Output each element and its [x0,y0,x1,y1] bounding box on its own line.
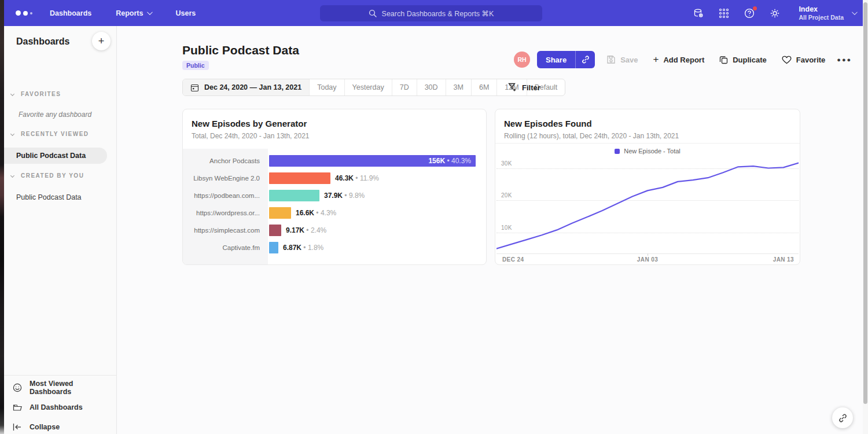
share-button-group: Share [537,51,595,68]
bar-row: Anchor Podcasts156K • 40.3% [183,152,486,170]
bar-segment[interactable] [269,190,319,201]
bar-value-label: 37.9K • 9.8% [324,192,365,200]
card-subtitle: Total, Dec 24th, 2020 - Jan 13th, 2021 [192,132,309,140]
chevron-down-icon [10,132,14,136]
bar-segment[interactable] [269,207,291,219]
nav-item-users[interactable]: Users [175,9,196,17]
sidebar-section-favorites[interactable]: FAVORITES [4,91,116,97]
data-sources-icon[interactable] [692,7,705,20]
x-tick-label: JAN 13 [773,256,794,263]
date-preset-yesterday[interactable]: Yesterday [345,79,392,95]
share-link-button[interactable] [575,51,595,68]
bar-chart: Anchor Podcasts156K • 40.3%Libsyn WebEng… [183,149,486,264]
filter-funnel-icon [508,83,517,92]
bar-track: 6.87K • 1.8% [268,242,486,253]
bar-value-label: 156K • 40.3% [428,157,476,165]
header-actions: RH Share Save + Add Report Duplicate [514,51,852,68]
line-chart[interactable]: 10K20K30K [496,157,799,253]
add-report-button[interactable]: + Add Report [653,54,705,65]
bar-category-label: https://wordpress.or... [183,209,268,216]
card-title: New Episodes by Generator [192,119,307,128]
search-icon [369,9,377,17]
project-name: Index [799,5,844,14]
search-placeholder: Search Dashboards & Reports ⌘K [382,9,494,18]
card-title: New Episodes Found [504,119,592,128]
bar-row: Libsyn WebEngine 2.046.3K • 11.9% [183,170,486,187]
all-dashboards-button[interactable]: All Dashboards [4,398,116,417]
smiley-icon [13,383,22,392]
project-switcher[interactable]: Index All Project Data [799,5,856,21]
scrollbar-thumb[interactable] [863,2,867,404]
nav-item-dashboards[interactable]: Dashboards [50,9,91,17]
date-range-button[interactable]: Dec 24, 2020 — Jan 13, 2021 [183,79,310,95]
bar-track: 156K • 40.3% [268,155,486,167]
nav-item-reports[interactable]: Reports [116,9,151,17]
sidebar-item-public-podcast-data-2[interactable]: Public Podcast Data [4,189,82,205]
bar-segment[interactable]: 156K • 40.3% [269,155,476,167]
x-axis-tick [648,253,648,256]
bar-row: https://podbean.com...37.9K • 9.8% [183,187,486,204]
link-icon [581,55,590,64]
bar-track: 46.3K • 11.9% [268,172,486,184]
bar-category-label: https://simplecast.com [183,227,268,234]
date-preset-3m[interactable]: 3M [446,79,472,95]
top-nav-bar: Dashboards Reports Users Search Dashboar… [4,0,863,26]
chevron-down-icon [147,9,153,15]
avatar[interactable]: RH [514,52,530,68]
search-input[interactable]: Search Dashboards & Reports ⌘K [320,5,542,21]
apps-grid-icon[interactable] [718,7,730,20]
share-button[interactable]: Share [537,51,575,68]
date-preset-today[interactable]: Today [310,79,344,95]
collapse-sidebar-button[interactable]: Collapse [4,417,116,434]
favorite-button[interactable]: Favorite [782,56,826,64]
nav-right-group: Index All Project Data [692,0,856,26]
bar-category-label: Captivate.fm [183,244,268,251]
bar-category-label: Anchor Podcasts [183,157,268,164]
duplicate-button[interactable]: Duplicate [719,56,767,64]
favorites-empty-text: Favorite any dashboard [19,111,91,119]
sidebar-section-recently-viewed[interactable]: RECENTLY VIEWED [4,131,116,137]
bar-value-label: 16.6K • 4.3% [296,209,336,217]
bar-value-label: 6.87K • 1.8% [283,244,323,252]
date-preset-7d[interactable]: 7D [392,79,417,95]
share-link-fab[interactable] [832,407,853,428]
background-window-sliver [0,0,4,434]
sidebar-title: Dashboards [16,36,69,47]
chart-legend: New Episode - Total [495,148,800,155]
duplicate-icon [719,56,728,64]
bar-segment[interactable] [269,172,330,184]
chevron-down-icon [10,92,14,96]
settings-gear-icon[interactable] [768,7,781,20]
filter-button[interactable]: Filter [508,79,540,96]
bar-track: 9.17K • 2.4% [268,225,486,236]
collapse-icon [13,423,22,431]
save-icon [606,55,616,64]
page-scrollbar[interactable] [863,0,868,434]
x-tick-label: DEC 24 [502,256,524,263]
date-preset-30d[interactable]: 30D [417,79,446,95]
x-axis-labels: DEC 24 JAN 03 JAN 13 [496,256,799,264]
bar-row: https://wordpress.or...16.6K • 4.3% [183,204,486,222]
link-icon [838,413,848,423]
sidebar: Dashboards + FAVORITES Favorite any dash… [4,26,117,434]
bar-segment[interactable] [269,242,278,253]
sidebar-item-public-podcast-data[interactable]: Public Podcast Data [4,148,107,164]
plus-icon: + [653,54,659,65]
bar-track: 16.6K • 4.3% [268,207,486,219]
most-viewed-dashboards-button[interactable]: Most Viewed Dashboards [4,378,116,398]
x-tick-label: JAN 03 [637,256,658,263]
sidebar-footer: Most Viewed Dashboards All Dashboards Co… [4,375,116,434]
brand-logo-icon[interactable] [16,10,32,16]
date-preset-6m[interactable]: 6M [472,79,497,95]
more-options-button[interactable]: ●●● [837,56,852,63]
page-title: Public Podcast Data [182,43,299,57]
folder-icon [13,403,22,412]
add-dashboard-button[interactable]: + [92,32,111,50]
bar-segment[interactable] [269,225,281,236]
help-icon[interactable] [743,7,756,20]
save-button[interactable]: Save [606,55,638,64]
bar-category-label: https://podbean.com... [183,192,268,199]
chevron-down-icon [10,174,14,178]
card-subtitle: Rolling (12 hours), total, Dec 24th, 202… [504,132,679,140]
sidebar-section-created-by-you[interactable]: CREATED BY YOU [4,172,116,179]
